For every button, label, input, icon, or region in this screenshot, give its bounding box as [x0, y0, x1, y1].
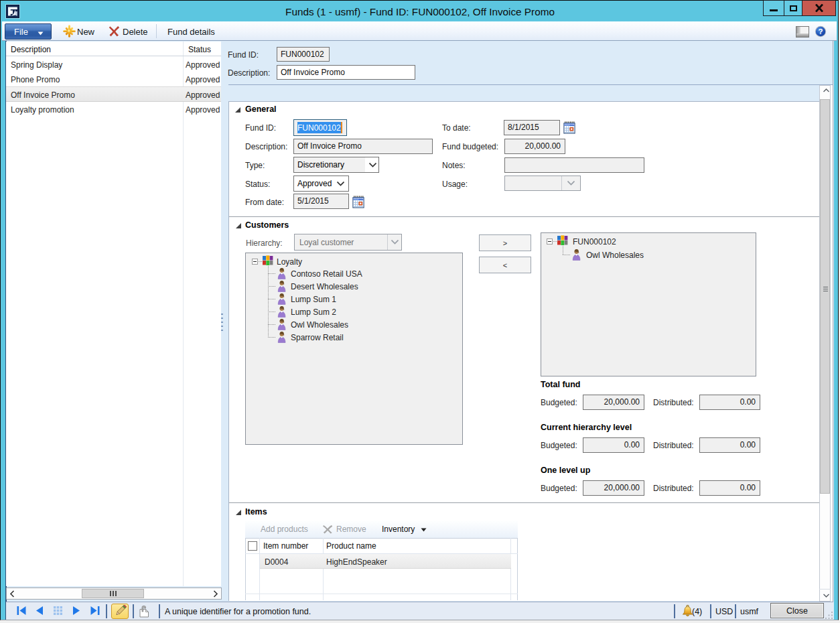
svg-text:?: ?	[818, 27, 823, 36]
